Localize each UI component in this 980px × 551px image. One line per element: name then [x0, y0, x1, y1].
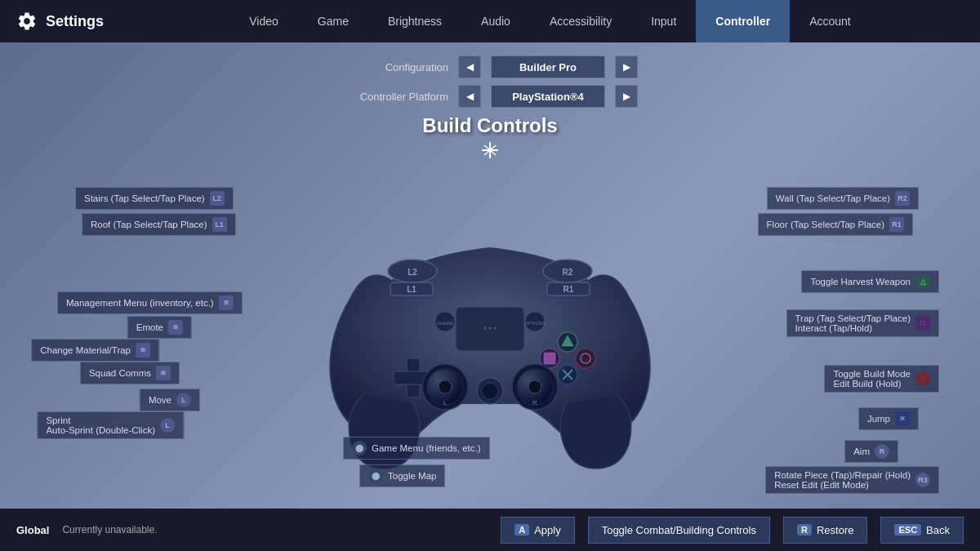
controller-platform-row: Controller Platform ◀ PlayStation®4 ▶: [16, 85, 964, 108]
svg-point-30: [439, 380, 452, 393]
label-wall: R2 Wall (Tap Select/Tap Place): [767, 187, 919, 210]
global-status: Currently unavailable.: [62, 524, 488, 535]
label-squad-comms: Squad Comms ⊞: [80, 362, 180, 384]
tab-accessibility[interactable]: Accessibility: [530, 0, 631, 42]
app-title: Settings: [46, 13, 104, 30]
configuration-row: Configuration ◀ Builder Pro ▶: [16, 56, 964, 78]
tab-brightness[interactable]: Brightness: [368, 0, 461, 42]
config-prev-btn[interactable]: ◀: [458, 56, 481, 78]
svg-text:R2: R2: [563, 268, 573, 277]
controller-platform-label: Controller Platform: [342, 91, 448, 103]
tab-input[interactable]: Input: [631, 0, 696, 42]
back-label: Back: [926, 524, 950, 536]
svg-point-38: [484, 327, 487, 330]
svg-text:R: R: [532, 399, 537, 407]
tab-controller[interactable]: Controller: [696, 0, 790, 42]
tab-audio[interactable]: Audio: [461, 0, 530, 42]
platform-next-btn[interactable]: ▶: [615, 85, 638, 108]
svg-text:L2: L2: [408, 268, 417, 277]
svg-point-39: [489, 327, 492, 330]
platform-value: PlayStation®4: [491, 85, 605, 108]
build-controls-title: Build Controls: [16, 114, 964, 137]
label-rotate: R3 Rotate Piece (Tap)/Repair (Hold) Rese…: [765, 466, 939, 494]
svg-point-37: [482, 383, 498, 399]
label-toggle-map: ⬤ Toggle Map: [359, 464, 445, 487]
label-harvest-weapon: △ Toggle Harvest Weapon: [801, 270, 939, 293]
svg-text:SHARE: SHARE: [437, 321, 454, 326]
label-toggle-build: ○ Toggle Build Mode Edit Build (Hold): [824, 365, 939, 393]
build-controls-icon: [16, 140, 964, 164]
toggle-combat-button[interactable]: Toggle Combat/Building Controls: [588, 517, 770, 544]
label-roof: Roof (Tap Select/Tap Place) L1: [82, 213, 236, 236]
gear-icon: [16, 11, 38, 32]
restore-key-badge: R: [797, 524, 812, 535]
restore-label: Restore: [817, 524, 854, 536]
label-trap: □ Trap (Tap Select/Tap Place) Interact (…: [786, 309, 939, 337]
tab-game[interactable]: Game: [298, 0, 368, 42]
configuration-value: Builder Pro: [491, 56, 605, 78]
toggle-combat-label: Toggle Combat/Building Controls: [602, 524, 756, 536]
svg-text:OPTIONS: OPTIONS: [523, 321, 546, 326]
apply-key-badge: A: [514, 524, 529, 535]
tab-video[interactable]: Video: [229, 0, 298, 42]
label-emote: Emote ⊞: [127, 316, 192, 339]
label-change-material: Change Material/Trap ⊞: [31, 339, 159, 362]
svg-point-40: [494, 327, 497, 330]
svg-point-23: [576, 349, 595, 368]
label-stairs: Stairs (Tap Select/Tap Place) L2: [75, 187, 234, 210]
label-management: Management Menu (inventory, etc.) ⊞: [57, 291, 243, 314]
app-logo: Settings: [16, 11, 104, 32]
svg-text:R1: R1: [564, 285, 574, 294]
apply-label: Apply: [534, 524, 561, 536]
back-key-badge: ESC: [894, 524, 921, 535]
back-button[interactable]: ESC Back: [880, 517, 964, 544]
label-move: Move L: [140, 389, 200, 411]
tab-account[interactable]: Account: [790, 0, 871, 42]
nav-tabs: Video Game Brightness Audio Accessibilit…: [136, 0, 964, 42]
svg-point-34: [528, 380, 541, 393]
label-floor: R1 Floor (Tap Select/Tap Place): [758, 213, 913, 236]
apply-button[interactable]: A Apply: [501, 517, 574, 544]
main-content: Configuration ◀ Builder Pro ▶ Controller…: [0, 42, 980, 535]
global-label: Global: [16, 524, 49, 536]
label-sprint: Sprint Auto-Sprint (Double-Click) L: [37, 411, 184, 439]
configuration-label: Configuration: [342, 61, 448, 73]
svg-rect-22: [544, 353, 555, 364]
label-aim: R Aim: [844, 440, 898, 463]
config-next-btn[interactable]: ▶: [615, 56, 638, 78]
svg-text:L: L: [443, 399, 448, 407]
restore-button[interactable]: R Restore: [783, 517, 867, 544]
svg-text:L1: L1: [407, 285, 416, 294]
label-jump: ✕ Jump: [858, 407, 919, 430]
bottom-bar: Global Currently unavailable. A Apply To…: [0, 509, 980, 551]
platform-prev-btn[interactable]: ◀: [458, 85, 481, 108]
nav-bar: Settings Video Game Brightness Audio Acc…: [0, 0, 980, 42]
label-game-menu: ⬤ Game Menu (friends, etc.): [343, 437, 490, 460]
controller-area: L2 R2 L1 R1 SHARE OPTIONS: [16, 171, 964, 522]
